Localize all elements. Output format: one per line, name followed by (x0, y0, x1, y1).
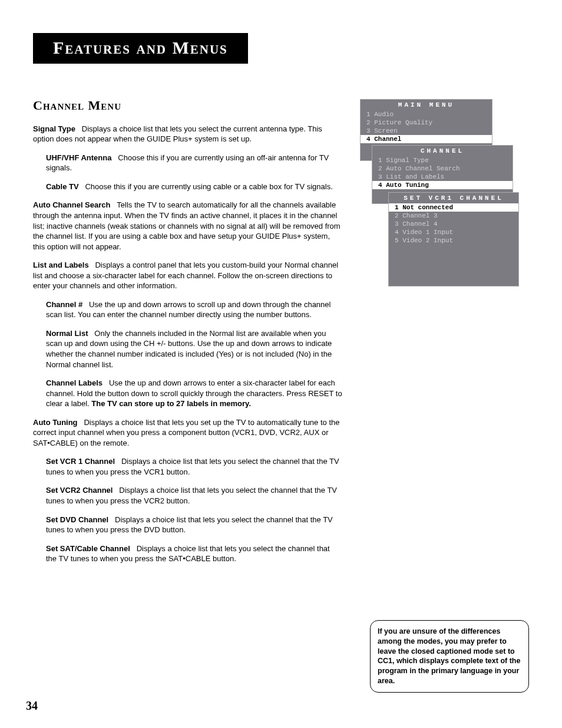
section-title: Channel Menu (33, 97, 342, 114)
entry-label: Normal List (46, 329, 94, 338)
entry: Set SAT/Cable ChannelDisplays a choice l… (46, 543, 342, 564)
osd-row: 2 Channel 3 (389, 212, 518, 220)
entry: List and LabelsDisplays a control panel … (33, 260, 342, 291)
osd-title: SET VCR1 CHANNEL (389, 193, 518, 203)
entry-label: UHF/VHF Antenna (46, 153, 118, 162)
chapter-header: Features and Menus (33, 33, 248, 64)
osd-row: 4 Video 1 Input (389, 228, 518, 236)
osd-title: CHANNEL (372, 146, 513, 156)
osd-row: 3 List and Labels (372, 173, 513, 181)
osd-row: 4 Channel (361, 135, 492, 143)
entry: Set VCR 1 ChannelDisplays a choice list … (46, 456, 342, 477)
left-column: Channel Menu Signal TypeDisplays a choic… (33, 97, 342, 572)
entry-bold-tail: The TV can store up to 27 labels in memo… (91, 399, 251, 408)
osd-title: MAIN MENU (361, 100, 492, 110)
entry: Normal ListOnly the channels included in… (46, 328, 342, 370)
osd-set-vcr1-menu: SET VCR1 CHANNEL 1 Not connected2 Channe… (388, 192, 519, 286)
osd-row: 1 Audio (361, 110, 492, 118)
entry: Channel LabelsUse the up and down arrows… (46, 378, 342, 409)
entry-label: Auto Tuning (33, 418, 84, 427)
osd-row: 5 Video 2 Input (389, 236, 518, 245)
entry: Signal TypeDisplays a choice list that l… (33, 124, 342, 144)
osd-row: 2 Auto Channel Search (372, 164, 513, 173)
osd-row: 2 Picture Quality (361, 118, 492, 127)
entry-label: Signal Type (33, 124, 82, 133)
entry-label: Set SAT/Cable Channel (46, 544, 137, 553)
entry-label: Set DVD Channel (46, 515, 115, 524)
entry-label: List and Labels (33, 261, 95, 269)
entry-label: Set VCR2 Channel (46, 486, 119, 495)
entry-label: Channel Labels (46, 378, 109, 387)
osd-row: 4 Auto Tuning (372, 181, 513, 189)
entry: Set DVD ChannelDisplays a choice list th… (46, 515, 342, 535)
entry-label: Set VCR 1 Channel (46, 457, 121, 466)
osd-row: 3 Screen (361, 127, 492, 135)
entry: UHF/VHF AntennaChoose this if you are cu… (46, 153, 342, 173)
right-column: MAIN MENU 1 Audio2 Picture Quality3 Scre… (360, 97, 519, 572)
osd-row: 3 Channel 4 (389, 220, 518, 228)
entry-label: Cable TV (46, 182, 85, 191)
page-number: 34 (26, 699, 38, 713)
osd-row: 1 Signal Type (372, 156, 513, 164)
entry: Set VCR2 ChannelDisplays a choice list t… (46, 485, 342, 506)
entry-label: Auto Channel Search (33, 200, 117, 209)
osd-row: 1 Not connected (389, 203, 518, 212)
entry: Auto TuningDisplays a choice list that l… (33, 417, 342, 449)
note-box: If you are unsure of the differences amo… (370, 620, 529, 693)
entry: Cable TVChoose this if you are currently… (46, 182, 342, 192)
entry: Channel #Use the up and down arrows to s… (46, 299, 342, 320)
entry-label: Channel # (46, 300, 89, 309)
entry: Auto Channel SearchTells the TV to searc… (33, 200, 342, 252)
